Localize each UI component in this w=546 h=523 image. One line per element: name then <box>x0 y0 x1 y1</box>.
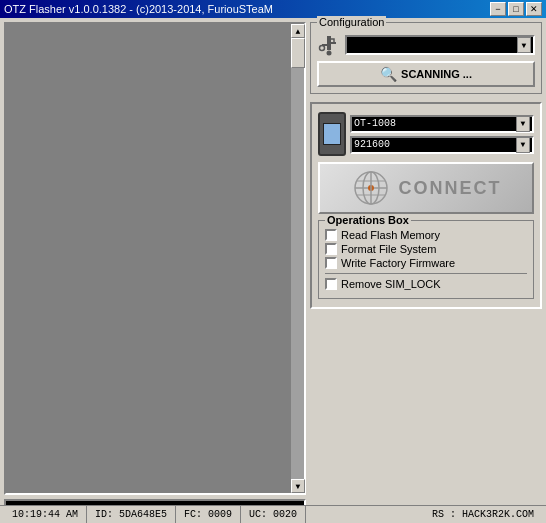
baud-combo-arrow[interactable]: ▼ <box>516 137 530 153</box>
globe-icon <box>351 168 391 208</box>
simlock-row: Remove SIM_LOCK <box>325 278 527 290</box>
svg-rect-4 <box>330 39 334 43</box>
ops-divider <box>325 273 527 274</box>
minimize-button[interactable]: − <box>490 2 506 16</box>
format-fs-checkbox[interactable] <box>325 243 337 255</box>
log-text <box>6 24 290 493</box>
device-combos: OT-1008 ▼ 921600 ▼ <box>350 115 534 154</box>
title-bar: OTZ Flasher v1.0.0.1382 - (c)2013-2014, … <box>0 0 546 18</box>
status-fc: FC: 0009 <box>176 506 241 523</box>
write-firmware-row: Write Factory Firmware <box>325 257 527 269</box>
svg-point-3 <box>320 46 325 51</box>
status-rs: RS : HACK3R2K.COM <box>424 506 542 523</box>
read-flash-checkbox[interactable] <box>325 229 337 241</box>
status-bar: 10:19:44 AM ID: 5DA648E5 FC: 0009 UC: 00… <box>0 505 546 523</box>
scan-button[interactable]: 🔍 SCANNING ... <box>317 61 535 87</box>
baud-value: 921600 <box>354 139 390 150</box>
left-panel: ▲ ▼ <box>0 18 310 523</box>
simlock-label: Remove SIM_LOCK <box>341 278 441 290</box>
connect-label: CONNECT <box>399 178 502 199</box>
configuration-group: Configuration ▼ <box>310 22 542 94</box>
read-flash-row: Read Flash Memory <box>325 229 527 241</box>
config-row: ▼ <box>317 33 535 57</box>
scroll-up-button[interactable]: ▲ <box>291 24 305 38</box>
write-firmware-checkbox[interactable] <box>325 257 337 269</box>
phone-icon <box>318 112 346 156</box>
format-fs-row: Format File System <box>325 243 527 255</box>
log-area: ▲ ▼ <box>4 22 306 495</box>
scroll-track <box>291 38 304 479</box>
scan-icon: 🔍 <box>380 66 397 82</box>
svg-point-5 <box>327 51 332 56</box>
connect-button[interactable]: CONNECT <box>318 162 534 214</box>
model-value: OT-1008 <box>354 118 396 129</box>
maximize-button[interactable]: □ <box>508 2 524 16</box>
config-label: Configuration <box>317 16 386 28</box>
phone-screen <box>323 123 341 145</box>
model-combo[interactable]: OT-1008 ▼ <box>350 115 534 133</box>
main-window: ▲ ▼ Configuration <box>0 18 546 523</box>
device-box: OT-1008 ▼ 921600 ▼ <box>310 102 542 309</box>
scroll-down-button[interactable]: ▼ <box>291 479 305 493</box>
right-panel: Configuration ▼ <box>310 18 546 523</box>
model-combo-arrow[interactable]: ▼ <box>516 116 530 132</box>
operations-box: Operations Box Read Flash Memory Format … <box>318 220 534 299</box>
operations-label: Operations Box <box>325 214 411 226</box>
port-combo[interactable]: ▼ <box>345 35 535 55</box>
device-row: OT-1008 ▼ 921600 ▼ <box>318 112 534 156</box>
window-controls: − □ ✕ <box>490 2 542 16</box>
status-id: ID: 5DA648E5 <box>87 506 176 523</box>
window-title: OTZ Flasher v1.0.0.1382 - (c)2013-2014, … <box>4 3 273 15</box>
port-combo-arrow[interactable]: ▼ <box>517 37 531 53</box>
scan-label: SCANNING ... <box>401 68 472 80</box>
status-uc: UC: 0020 <box>241 506 306 523</box>
status-time: 10:19:44 AM <box>4 506 87 523</box>
write-firmware-label: Write Factory Firmware <box>341 257 455 269</box>
read-flash-label: Read Flash Memory <box>341 229 440 241</box>
log-scrollbar[interactable]: ▲ ▼ <box>290 24 304 493</box>
simlock-checkbox[interactable] <box>325 278 337 290</box>
format-fs-label: Format File System <box>341 243 436 255</box>
scroll-thumb[interactable] <box>291 38 305 68</box>
usb-icon <box>317 33 341 57</box>
baud-combo[interactable]: 921600 ▼ <box>350 136 534 154</box>
close-button[interactable]: ✕ <box>526 2 542 16</box>
